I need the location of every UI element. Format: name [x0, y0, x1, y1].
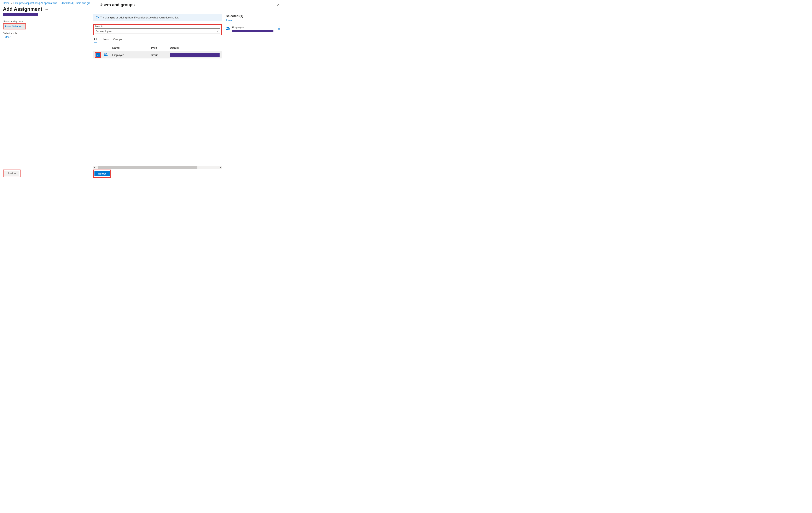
column-type: Type [151, 46, 170, 49]
scroll-left-icon[interactable]: ◀ [94, 166, 95, 168]
search-label: Search [95, 25, 220, 28]
redaction-bar [170, 53, 220, 57]
svg-line-1 [98, 31, 98, 32]
select-button-highlight: Select [93, 169, 111, 178]
table-row[interactable]: ✓ Employee Group [93, 51, 222, 58]
selected-title: Selected (1) [226, 14, 281, 18]
column-details: Details [170, 46, 222, 49]
users-groups-label: Users and groups [3, 20, 90, 23]
more-icon[interactable]: ⋯ [44, 7, 49, 11]
svg-point-2 [105, 53, 106, 55]
svg-point-0 [96, 30, 98, 31]
search-highlight: Search ✕ [93, 24, 222, 35]
row-name: Employee [112, 53, 151, 57]
clear-icon[interactable]: ✕ [215, 30, 220, 33]
panel-header: Users and groups ✕ [93, 0, 284, 11]
scrollbar-thumb[interactable] [98, 166, 197, 169]
filter-tabs: All Users Groups [93, 38, 222, 43]
search-input[interactable] [100, 30, 215, 33]
role-value-link[interactable]: User [5, 36, 10, 38]
breadcrumb: Home › Enterprise applications | All app… [3, 2, 90, 5]
row-type: Group [151, 53, 170, 57]
tab-users[interactable]: Users [102, 38, 109, 43]
panel-body: i Try changing or adding filters if you … [93, 11, 284, 179]
assign-button-highlight: Assign [3, 169, 21, 177]
search-icon [95, 29, 100, 33]
breadcrumb-jcv-cloud[interactable]: JCV Cloud | Users and grou [61, 2, 90, 5]
redaction-bar [3, 13, 38, 16]
select-button[interactable]: Select [94, 171, 110, 177]
breadcrumb-enterprise-apps[interactable]: Enterprise applications | All applicatio… [13, 2, 57, 5]
checkbox-highlight: ✓ [95, 52, 101, 58]
select-role-label: Select a role [3, 32, 90, 35]
selected-item-name: Employee [232, 26, 276, 29]
selected-item: Employee [226, 26, 281, 32]
panel-title: Users and groups [99, 2, 135, 7]
results-header: Name Type Details [93, 46, 222, 51]
svg-point-3 [106, 53, 107, 54]
none-selected-highlight: None Selected [3, 23, 26, 29]
search-input-row: ✕ [95, 28, 220, 34]
chevron-right-icon: › [11, 2, 12, 5]
column-name: Name [112, 46, 151, 49]
group-icon [104, 53, 108, 56]
page-title-row: Add Assignment ⋯ [3, 6, 90, 12]
chevron-right-icon: › [59, 2, 59, 5]
tab-groups[interactable]: Groups [113, 38, 122, 43]
selected-column: Selected (1) Reset Employee [222, 11, 284, 179]
redaction-bar [232, 30, 273, 32]
assign-button[interactable]: Assign [4, 171, 19, 176]
reset-link[interactable]: Reset [226, 19, 233, 22]
row-checkbox[interactable]: ✓ [96, 53, 99, 57]
left-pane: Home › Enterprise applications | All app… [0, 0, 93, 179]
svg-point-5 [228, 27, 229, 28]
info-icon: i [96, 16, 98, 19]
form-section: Users and groups None Selected Select a … [3, 20, 90, 38]
info-text: Try changing or adding filters if you do… [100, 16, 179, 19]
row-details [170, 53, 222, 57]
horizontal-scrollbar[interactable]: ◀ ▶ [93, 166, 222, 169]
center-column: i Try changing or adding filters if you … [93, 11, 222, 179]
none-selected-link[interactable]: None Selected [5, 25, 22, 28]
breadcrumb-home[interactable]: Home [3, 2, 9, 5]
trash-icon[interactable] [278, 26, 281, 30]
svg-point-4 [227, 27, 228, 28]
users-groups-panel: Users and groups ✕ i Try changing or add… [93, 0, 284, 179]
tab-all[interactable]: All [94, 38, 97, 43]
scroll-right-icon[interactable]: ▶ [220, 166, 221, 168]
svg-rect-6 [278, 27, 280, 29]
divider [226, 24, 281, 24]
close-icon[interactable]: ✕ [276, 2, 281, 8]
group-icon [226, 27, 230, 30]
page-title: Add Assignment [3, 6, 42, 12]
info-banner: i Try changing or adding filters if you … [93, 14, 222, 21]
